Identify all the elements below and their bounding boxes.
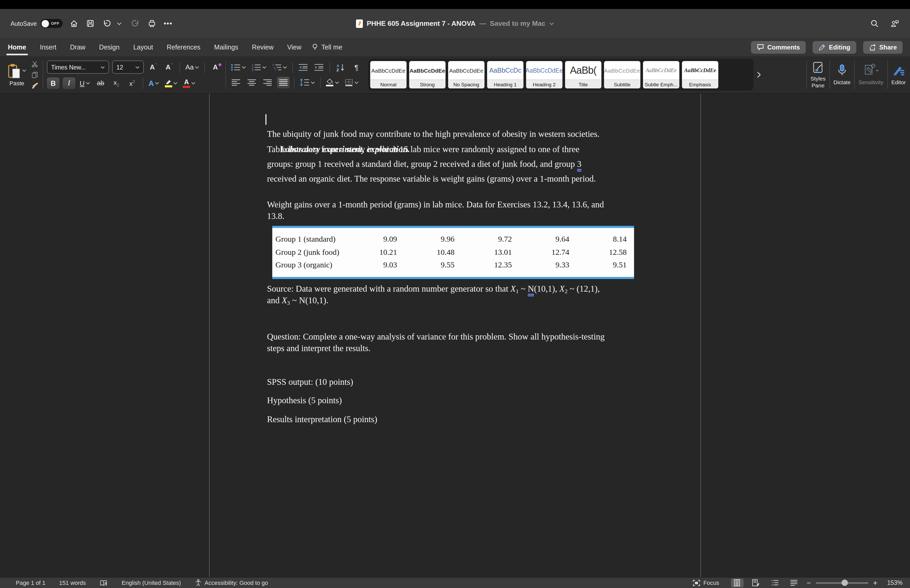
dictate-button[interactable]: Dictate — [833, 64, 850, 86]
shading-button[interactable] — [325, 77, 340, 88]
editing-button[interactable]: Editing — [813, 41, 856, 53]
cut-icon[interactable] — [31, 60, 39, 68]
undo-chevron-icon[interactable] — [115, 19, 124, 28]
style-label: Strong — [409, 79, 446, 89]
style-subtitle[interactable]: AaBbCcDdEeSubtitle — [604, 61, 640, 89]
zoom-slider[interactable] — [816, 582, 868, 583]
draft-view-button[interactable] — [787, 578, 800, 587]
save-status-chevron-icon[interactable] — [549, 22, 554, 25]
underline-button[interactable]: U — [78, 78, 91, 89]
highlight-button[interactable] — [163, 78, 178, 89]
clear-formatting-button[interactable]: A◆ — [209, 61, 222, 73]
more-commands-icon[interactable]: ••• — [164, 19, 173, 27]
print-layout-icon — [734, 579, 740, 586]
font-name-select[interactable]: Times New... — [47, 61, 109, 74]
style-subtle-emphasis[interactable]: AaBbCcDdEeSubtle Emph... — [643, 61, 679, 89]
multilevel-list-button[interactable]: 1ai — [271, 61, 288, 73]
language-indicator[interactable]: English (United States) — [122, 580, 181, 586]
word-count[interactable]: 151 words — [59, 580, 86, 586]
style-heading2[interactable]: AaBbCcDdEeHeading 2 — [526, 61, 562, 89]
share-button[interactable]: Share — [863, 41, 903, 53]
search-icon[interactable] — [870, 19, 879, 28]
bold-button[interactable]: B — [47, 78, 60, 89]
home-icon[interactable] — [70, 19, 79, 28]
document-page[interactable]: Laboratory experiment, exploration. The … — [267, 94, 639, 432]
increase-indent-button[interactable] — [313, 61, 325, 73]
print-layout-view-button[interactable] — [731, 578, 744, 587]
tell-me[interactable]: Tell me — [312, 43, 342, 51]
focus-toggle[interactable]: Focus — [692, 579, 719, 586]
autosave-toggle[interactable]: OFF — [40, 19, 63, 28]
bullets-button[interactable] — [230, 61, 247, 73]
table-cell-value: 9.51 — [569, 260, 627, 270]
zoom-in-button[interactable]: + — [873, 579, 877, 586]
superscript-button[interactable]: x2 — [126, 78, 139, 89]
save-status[interactable]: Saved to my Mac — [490, 19, 545, 27]
style-no-spacing[interactable]: AaBbCcDdEeNo Spacing — [448, 61, 485, 89]
tab-layout[interactable]: Layout — [126, 38, 160, 57]
zoom-level[interactable]: 153% — [884, 580, 903, 586]
tab-mailings[interactable]: Mailings — [207, 38, 245, 57]
editor-button[interactable]: Editor — [891, 64, 906, 86]
comments-button[interactable]: Comments — [751, 41, 806, 53]
copy-icon[interactable] — [31, 71, 39, 79]
align-left-button[interactable] — [230, 77, 242, 88]
doc-text-line: received an organic diet. The response v… — [267, 172, 639, 187]
tab-review[interactable]: Review — [245, 38, 280, 57]
strikethrough-button[interactable]: ab — [94, 78, 107, 89]
proofing-status[interactable] — [100, 579, 108, 586]
tab-design[interactable]: Design — [92, 38, 126, 57]
accessibility-status[interactable]: Accessibility: Good to go — [195, 579, 268, 586]
tab-draw[interactable]: Draw — [63, 38, 92, 57]
pencil-icon — [818, 44, 826, 51]
print-icon[interactable] — [147, 19, 157, 28]
paste-button[interactable]: Paste — [7, 63, 26, 86]
zoom-out-button[interactable]: − — [807, 579, 811, 586]
share-label: Share — [879, 44, 897, 51]
undo-icon[interactable] — [102, 19, 112, 28]
tab-references[interactable]: References — [160, 38, 207, 57]
tab-home[interactable]: Home — [1, 38, 33, 57]
align-center-button[interactable] — [246, 77, 258, 88]
shrink-font-button[interactable]: Aˇ — [163, 61, 175, 73]
style-label: Heading 2 — [526, 79, 562, 89]
tab-insert[interactable]: Insert — [33, 38, 63, 57]
tab-view[interactable]: View — [280, 38, 308, 57]
paragraph-marks-button[interactable]: ¶ — [350, 61, 363, 73]
borders-chevron-icon — [354, 81, 359, 84]
align-right-button[interactable] — [261, 77, 274, 88]
format-painter-icon[interactable] — [31, 81, 39, 89]
justify-button[interactable] — [277, 77, 289, 88]
line-spacing-button[interactable] — [299, 77, 316, 88]
style-strong[interactable]: AaBbCcDdEeStrong — [409, 61, 446, 89]
style-title[interactable]: AaBb(Title — [565, 61, 601, 89]
change-case-button[interactable]: Aa — [184, 61, 200, 73]
outline-view-button[interactable] — [769, 578, 781, 587]
style-heading1[interactable]: AaBbCcDcHeading 1 — [487, 61, 524, 89]
shading-bucket-icon — [326, 78, 334, 84]
style-preview: AaBbCcDdEe — [682, 61, 718, 79]
style-normal[interactable]: AaBbCcDdEeNormal — [370, 61, 407, 89]
grow-font-button[interactable]: Aˆ — [147, 61, 160, 73]
web-layout-view-button[interactable] — [750, 578, 762, 587]
subscript-button[interactable]: x2 — [110, 78, 123, 89]
ribbon-tabs: HomeInsertDrawDesignLayoutReferencesMail… — [1, 38, 308, 57]
zoom-slider-thumb[interactable] — [842, 580, 848, 586]
decrease-indent-button[interactable] — [297, 61, 310, 73]
font-size-select[interactable]: 12 — [112, 61, 144, 74]
page-indicator[interactable]: Page 1 of 1 — [16, 580, 45, 586]
feedback-icon[interactable] — [890, 19, 899, 28]
styles-gallery-more-icon[interactable] — [757, 72, 761, 78]
menu-bar — [0, 0, 910, 9]
sort-button[interactable]: AZ — [335, 61, 347, 73]
numbering-button[interactable]: 123 — [250, 61, 268, 73]
font-color-button[interactable]: A — [182, 78, 196, 89]
styles-pane-button[interactable]: StylesPane — [810, 61, 826, 88]
document-canvas[interactable]: Laboratory experiment, exploration. The … — [0, 94, 910, 577]
borders-button[interactable] — [343, 77, 360, 88]
save-icon[interactable] — [86, 19, 95, 28]
doc-data-table: Group 1 (standard)9.099.969.729.648.14Gr… — [272, 226, 634, 279]
italic-button[interactable]: I — [63, 78, 75, 89]
style-emphasis[interactable]: AaBbCcDdEeEmphasis — [682, 61, 718, 89]
text-effects-button[interactable]: A — [147, 78, 160, 89]
